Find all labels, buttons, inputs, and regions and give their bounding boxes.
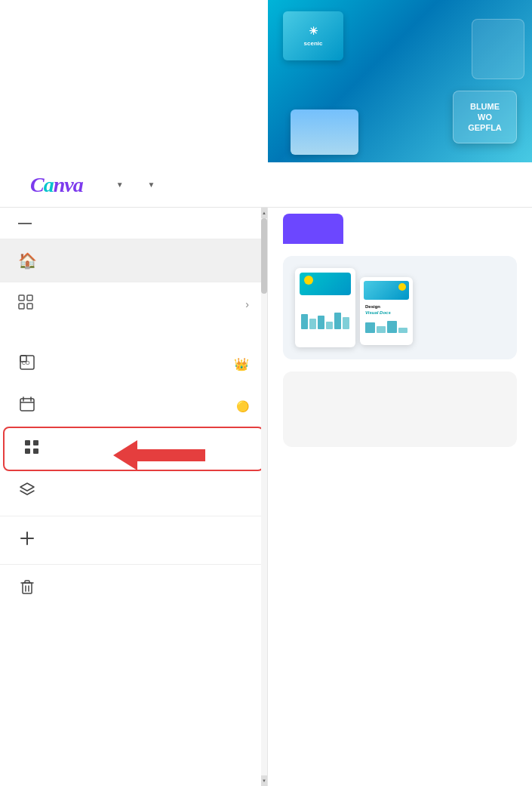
bar-6	[343, 317, 349, 329]
nav-items: ▼ ▼	[106, 176, 184, 193]
doc-mockup: DesignVisual Docs	[295, 268, 413, 347]
nav-item-business[interactable]: ▼	[137, 176, 163, 193]
doc-card-main	[295, 268, 355, 347]
sidebar-item-templates[interactable]: ›	[0, 282, 267, 325]
content-planner-badge: 🟡	[236, 400, 249, 412]
chevron-down-icon: ▼	[148, 180, 155, 189]
svg-rect-18	[23, 583, 32, 593]
doc-bar-chart	[300, 308, 351, 331]
bar-4	[326, 322, 333, 329]
sec-bar-3	[387, 321, 397, 333]
doc-sec-title: DesignVisual Docs	[365, 304, 407, 316]
doc-card-sec-header	[364, 281, 409, 300]
nav-item-design-spotlight[interactable]: ▼	[106, 176, 131, 193]
hero-decorative-card-1: ☀ scenic	[283, 11, 343, 60]
canva-logo: Canva	[30, 173, 83, 197]
sidebar-item-home[interactable]: 🏠	[0, 239, 267, 282]
svg-rect-0	[19, 295, 24, 301]
sidebar-item-trash[interactable]	[0, 568, 267, 609]
home-icon: 🏠	[18, 251, 37, 270]
svg-text:CO: CO	[22, 360, 30, 365]
sidebar-divider-2	[0, 564, 267, 565]
sidebar-item-smartmockups[interactable]	[0, 471, 267, 513]
sidebar-item-invite-members[interactable]	[0, 519, 267, 561]
bar-3	[318, 316, 324, 329]
doc-sec-sun-icon	[398, 283, 406, 291]
doc-card-text	[300, 300, 351, 308]
doc-card-secondary: DesignVisual Docs	[360, 277, 413, 345]
doc-card-header	[300, 273, 351, 295]
main-content: DesignVisual Docs	[268, 208, 532, 786]
calendar-icon	[18, 396, 36, 416]
hero-decorative-card-3	[291, 109, 358, 155]
scrollbar-arrow-down[interactable]: ▼	[261, 775, 267, 786]
sidebar-scrollbar[interactable]: ▲ ▼	[261, 208, 267, 786]
grid-icon	[23, 439, 41, 459]
try-card-doc[interactable]: DesignVisual Docs	[283, 256, 517, 359]
partial-dash: —	[18, 215, 32, 230]
hero-decorative-card-2: BLUMEWOGEPFLA	[453, 91, 517, 143]
svg-marker-15	[20, 483, 34, 491]
tools-section-label	[0, 325, 267, 344]
arrow-shaft	[137, 449, 205, 461]
chevron-right-icon: ›	[245, 298, 249, 310]
active-tab-indicator[interactable]	[283, 214, 343, 244]
red-arrow-annotation	[113, 440, 205, 470]
bar-1	[301, 314, 308, 329]
brand-crown-badge: 👑	[234, 357, 249, 371]
svg-rect-14	[33, 448, 38, 454]
svg-rect-12	[33, 440, 38, 445]
hero-right: ☀ scenic BLUMEWOGEPFLA	[268, 0, 532, 162]
svg-rect-3	[27, 304, 32, 309]
navbar: Canva ▼ ▼	[0, 162, 532, 208]
sidebar: — 🏠 › CO 👑	[0, 208, 268, 786]
plus-icon	[18, 530, 36, 550]
trash-icon	[18, 578, 36, 599]
scrollbar-thumb[interactable]	[261, 218, 267, 294]
nav-item-education[interactable]	[169, 176, 184, 193]
sidebar-item-brand[interactable]: CO 👑	[0, 344, 267, 385]
doc-sec-chart	[364, 318, 409, 334]
brand-icon: CO	[18, 354, 36, 375]
bar-2	[309, 319, 316, 329]
tab-bar	[283, 208, 517, 244]
layers-icon	[18, 482, 36, 502]
hero-strip: ☀ scenic BLUMEWOGEPFLA	[0, 0, 532, 162]
doc-card-sec-text: DesignVisual Docs	[364, 303, 409, 318]
hero-left	[0, 0, 268, 162]
sidebar-item-content-planner[interactable]: 🟡	[0, 385, 267, 427]
svg-rect-13	[25, 448, 30, 454]
recent-design-card[interactable]	[283, 371, 517, 447]
svg-rect-11	[25, 440, 30, 445]
hero-decorative-card-4	[472, 19, 524, 79]
scrollbar-arrow-up[interactable]: ▲	[261, 208, 267, 218]
sec-bar-4	[398, 328, 408, 333]
svg-rect-2	[19, 304, 24, 309]
templates-icon	[18, 294, 33, 313]
bar-5	[334, 313, 341, 329]
doc-sun-icon	[304, 276, 313, 285]
sidebar-divider-1	[0, 516, 267, 516]
doc-title-line1	[301, 301, 349, 308]
svg-rect-7	[20, 399, 34, 411]
sidebar-top-partial: —	[0, 208, 267, 239]
svg-rect-1	[27, 295, 32, 301]
arrow-head-left	[113, 440, 137, 470]
chevron-down-icon: ▼	[116, 180, 124, 189]
sec-bar-2	[377, 326, 386, 333]
sec-bar-1	[365, 322, 375, 333]
